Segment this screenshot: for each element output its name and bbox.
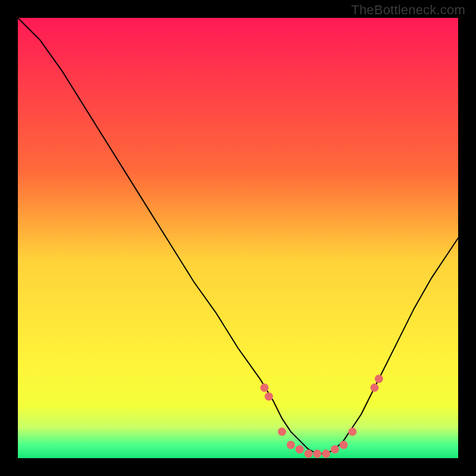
chart-frame: TheBottleneck.com [0,0,476,476]
marker-point [375,375,383,383]
marker-point [348,428,356,436]
marker-point [278,428,286,436]
plot-area [18,18,458,458]
marker-point [287,441,295,449]
marker-point [313,450,321,458]
plot-svg [18,18,458,458]
marker-point [370,384,378,392]
marker-point [331,445,339,453]
gradient-background [18,18,458,458]
marker-point [265,392,273,400]
marker-point [296,445,304,453]
marker-point [260,384,268,392]
marker-point [340,441,348,449]
watermark-text: TheBottleneck.com [351,2,465,18]
marker-point [322,450,330,458]
marker-point [304,450,312,458]
